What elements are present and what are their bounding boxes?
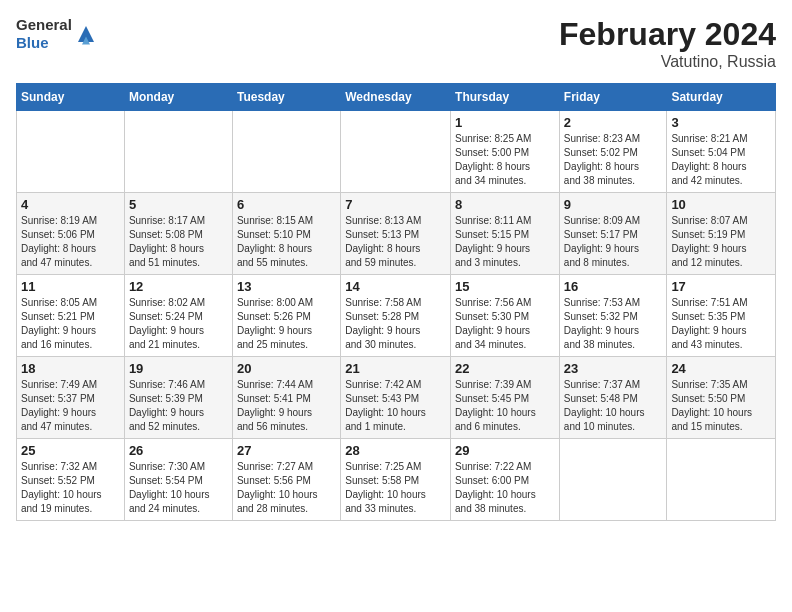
calendar-cell: 14Sunrise: 7:58 AMSunset: 5:28 PMDayligh… bbox=[341, 275, 451, 357]
weekday-header: Tuesday bbox=[232, 84, 340, 111]
day-number: 20 bbox=[237, 361, 336, 376]
logo-icon bbox=[74, 22, 98, 46]
calendar-cell: 17Sunrise: 7:51 AMSunset: 5:35 PMDayligh… bbox=[667, 275, 776, 357]
calendar-cell: 1Sunrise: 8:25 AMSunset: 5:00 PMDaylight… bbox=[451, 111, 560, 193]
calendar-cell: 5Sunrise: 8:17 AMSunset: 5:08 PMDaylight… bbox=[124, 193, 232, 275]
day-number: 24 bbox=[671, 361, 771, 376]
day-info: Sunrise: 7:49 AMSunset: 5:37 PMDaylight:… bbox=[21, 378, 120, 434]
weekday-header: Wednesday bbox=[341, 84, 451, 111]
day-number: 28 bbox=[345, 443, 446, 458]
day-info: Sunrise: 8:00 AMSunset: 5:26 PMDaylight:… bbox=[237, 296, 336, 352]
day-number: 2 bbox=[564, 115, 663, 130]
day-info: Sunrise: 7:22 AMSunset: 6:00 PMDaylight:… bbox=[455, 460, 555, 516]
weekday-header: Friday bbox=[559, 84, 667, 111]
logo-blue: Blue bbox=[16, 34, 72, 52]
day-info: Sunrise: 8:09 AMSunset: 5:17 PMDaylight:… bbox=[564, 214, 663, 270]
title-block: February 2024 Vatutino, Russia bbox=[559, 16, 776, 71]
calendar-cell: 23Sunrise: 7:37 AMSunset: 5:48 PMDayligh… bbox=[559, 357, 667, 439]
calendar-cell: 9Sunrise: 8:09 AMSunset: 5:17 PMDaylight… bbox=[559, 193, 667, 275]
day-number: 27 bbox=[237, 443, 336, 458]
day-info: Sunrise: 8:23 AMSunset: 5:02 PMDaylight:… bbox=[564, 132, 663, 188]
calendar-cell: 24Sunrise: 7:35 AMSunset: 5:50 PMDayligh… bbox=[667, 357, 776, 439]
weekday-header: Thursday bbox=[451, 84, 560, 111]
day-number: 26 bbox=[129, 443, 228, 458]
calendar-cell: 18Sunrise: 7:49 AMSunset: 5:37 PMDayligh… bbox=[17, 357, 125, 439]
calendar-week-row: 1Sunrise: 8:25 AMSunset: 5:00 PMDaylight… bbox=[17, 111, 776, 193]
day-number: 12 bbox=[129, 279, 228, 294]
calendar-cell: 2Sunrise: 8:23 AMSunset: 5:02 PMDaylight… bbox=[559, 111, 667, 193]
day-number: 18 bbox=[21, 361, 120, 376]
day-number: 15 bbox=[455, 279, 555, 294]
day-info: Sunrise: 7:37 AMSunset: 5:48 PMDaylight:… bbox=[564, 378, 663, 434]
day-number: 13 bbox=[237, 279, 336, 294]
calendar-cell bbox=[667, 439, 776, 521]
weekday-header: Saturday bbox=[667, 84, 776, 111]
logo: General Blue bbox=[16, 16, 98, 52]
day-number: 17 bbox=[671, 279, 771, 294]
calendar-cell: 26Sunrise: 7:30 AMSunset: 5:54 PMDayligh… bbox=[124, 439, 232, 521]
day-number: 29 bbox=[455, 443, 555, 458]
calendar-cell: 8Sunrise: 8:11 AMSunset: 5:15 PMDaylight… bbox=[451, 193, 560, 275]
calendar-cell: 6Sunrise: 8:15 AMSunset: 5:10 PMDaylight… bbox=[232, 193, 340, 275]
calendar-cell: 7Sunrise: 8:13 AMSunset: 5:13 PMDaylight… bbox=[341, 193, 451, 275]
day-info: Sunrise: 7:53 AMSunset: 5:32 PMDaylight:… bbox=[564, 296, 663, 352]
day-info: Sunrise: 7:35 AMSunset: 5:50 PMDaylight:… bbox=[671, 378, 771, 434]
calendar-cell: 16Sunrise: 7:53 AMSunset: 5:32 PMDayligh… bbox=[559, 275, 667, 357]
day-number: 22 bbox=[455, 361, 555, 376]
calendar-cell bbox=[124, 111, 232, 193]
calendar-cell: 10Sunrise: 8:07 AMSunset: 5:19 PMDayligh… bbox=[667, 193, 776, 275]
day-info: Sunrise: 8:07 AMSunset: 5:19 PMDaylight:… bbox=[671, 214, 771, 270]
calendar-week-row: 11Sunrise: 8:05 AMSunset: 5:21 PMDayligh… bbox=[17, 275, 776, 357]
calendar-body: 1Sunrise: 8:25 AMSunset: 5:00 PMDaylight… bbox=[17, 111, 776, 521]
logo-text: General Blue bbox=[16, 16, 72, 52]
weekday-header: Sunday bbox=[17, 84, 125, 111]
day-info: Sunrise: 7:58 AMSunset: 5:28 PMDaylight:… bbox=[345, 296, 446, 352]
page-header: General Blue February 2024 Vatutino, Rus… bbox=[16, 16, 776, 71]
day-number: 9 bbox=[564, 197, 663, 212]
day-info: Sunrise: 7:42 AMSunset: 5:43 PMDaylight:… bbox=[345, 378, 446, 434]
calendar-cell: 12Sunrise: 8:02 AMSunset: 5:24 PMDayligh… bbox=[124, 275, 232, 357]
day-number: 7 bbox=[345, 197, 446, 212]
day-number: 23 bbox=[564, 361, 663, 376]
calendar-cell bbox=[17, 111, 125, 193]
day-number: 4 bbox=[21, 197, 120, 212]
day-info: Sunrise: 7:56 AMSunset: 5:30 PMDaylight:… bbox=[455, 296, 555, 352]
calendar-cell: 3Sunrise: 8:21 AMSunset: 5:04 PMDaylight… bbox=[667, 111, 776, 193]
day-info: Sunrise: 8:17 AMSunset: 5:08 PMDaylight:… bbox=[129, 214, 228, 270]
weekday-header: Monday bbox=[124, 84, 232, 111]
calendar-table: SundayMondayTuesdayWednesdayThursdayFrid… bbox=[16, 83, 776, 521]
day-info: Sunrise: 7:39 AMSunset: 5:45 PMDaylight:… bbox=[455, 378, 555, 434]
calendar-week-row: 18Sunrise: 7:49 AMSunset: 5:37 PMDayligh… bbox=[17, 357, 776, 439]
calendar-cell: 28Sunrise: 7:25 AMSunset: 5:58 PMDayligh… bbox=[341, 439, 451, 521]
day-info: Sunrise: 7:25 AMSunset: 5:58 PMDaylight:… bbox=[345, 460, 446, 516]
day-info: Sunrise: 8:13 AMSunset: 5:13 PMDaylight:… bbox=[345, 214, 446, 270]
day-number: 1 bbox=[455, 115, 555, 130]
day-info: Sunrise: 8:05 AMSunset: 5:21 PMDaylight:… bbox=[21, 296, 120, 352]
calendar-cell: 15Sunrise: 7:56 AMSunset: 5:30 PMDayligh… bbox=[451, 275, 560, 357]
day-info: Sunrise: 8:19 AMSunset: 5:06 PMDaylight:… bbox=[21, 214, 120, 270]
weekday-header-row: SundayMondayTuesdayWednesdayThursdayFrid… bbox=[17, 84, 776, 111]
calendar-cell bbox=[341, 111, 451, 193]
day-info: Sunrise: 7:27 AMSunset: 5:56 PMDaylight:… bbox=[237, 460, 336, 516]
day-number: 19 bbox=[129, 361, 228, 376]
day-info: Sunrise: 7:44 AMSunset: 5:41 PMDaylight:… bbox=[237, 378, 336, 434]
page-title: February 2024 bbox=[559, 16, 776, 53]
calendar-cell: 25Sunrise: 7:32 AMSunset: 5:52 PMDayligh… bbox=[17, 439, 125, 521]
day-number: 14 bbox=[345, 279, 446, 294]
calendar-header: SundayMondayTuesdayWednesdayThursdayFrid… bbox=[17, 84, 776, 111]
calendar-cell: 21Sunrise: 7:42 AMSunset: 5:43 PMDayligh… bbox=[341, 357, 451, 439]
calendar-cell: 20Sunrise: 7:44 AMSunset: 5:41 PMDayligh… bbox=[232, 357, 340, 439]
day-info: Sunrise: 8:02 AMSunset: 5:24 PMDaylight:… bbox=[129, 296, 228, 352]
calendar-cell: 13Sunrise: 8:00 AMSunset: 5:26 PMDayligh… bbox=[232, 275, 340, 357]
day-info: Sunrise: 7:46 AMSunset: 5:39 PMDaylight:… bbox=[129, 378, 228, 434]
calendar-cell: 27Sunrise: 7:27 AMSunset: 5:56 PMDayligh… bbox=[232, 439, 340, 521]
day-number: 8 bbox=[455, 197, 555, 212]
day-number: 11 bbox=[21, 279, 120, 294]
calendar-cell: 19Sunrise: 7:46 AMSunset: 5:39 PMDayligh… bbox=[124, 357, 232, 439]
day-info: Sunrise: 8:25 AMSunset: 5:00 PMDaylight:… bbox=[455, 132, 555, 188]
day-number: 6 bbox=[237, 197, 336, 212]
logo-general: General bbox=[16, 16, 72, 34]
day-info: Sunrise: 7:51 AMSunset: 5:35 PMDaylight:… bbox=[671, 296, 771, 352]
calendar-week-row: 25Sunrise: 7:32 AMSunset: 5:52 PMDayligh… bbox=[17, 439, 776, 521]
day-info: Sunrise: 8:21 AMSunset: 5:04 PMDaylight:… bbox=[671, 132, 771, 188]
